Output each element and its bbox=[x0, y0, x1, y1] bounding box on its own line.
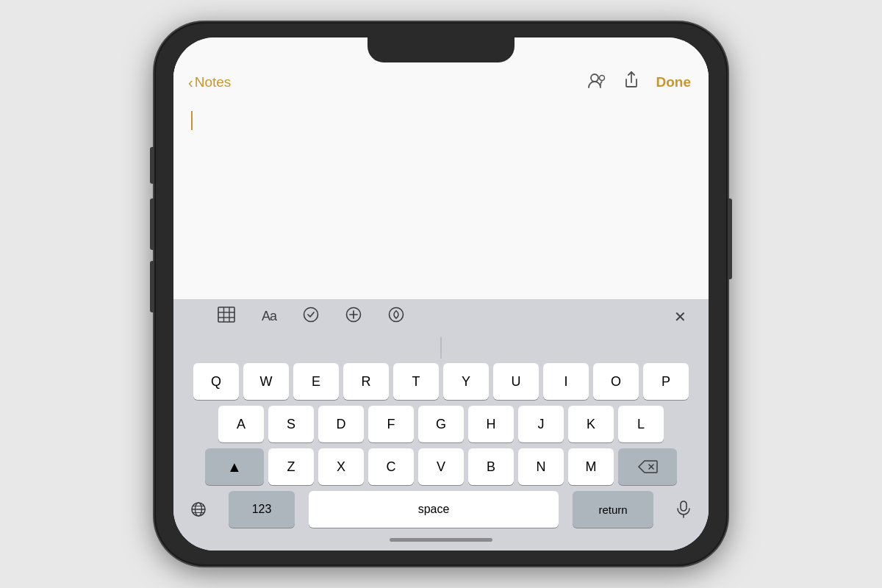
svg-rect-19 bbox=[681, 501, 686, 511]
key-e[interactable]: E bbox=[293, 363, 339, 400]
mute-button[interactable] bbox=[150, 147, 154, 184]
home-bar bbox=[390, 538, 492, 542]
svg-point-0 bbox=[591, 74, 598, 82]
key-o[interactable]: O bbox=[593, 363, 639, 400]
key-r[interactable]: R bbox=[343, 363, 389, 400]
note-text-area[interactable] bbox=[173, 102, 709, 299]
keyboard-bottom-row: 123 space return bbox=[176, 491, 706, 528]
keyboard: Q W E R T Y U I O P A S D F G bbox=[173, 332, 709, 551]
key-z[interactable]: Z bbox=[268, 448, 314, 485]
key-s[interactable]: S bbox=[268, 406, 314, 442]
back-chevron-icon: ‹ bbox=[188, 74, 193, 91]
key-t[interactable]: T bbox=[393, 363, 439, 400]
nav-back-group[interactable]: ‹ Notes bbox=[188, 74, 231, 91]
key-v[interactable]: V bbox=[418, 448, 464, 485]
close-toolbar-button[interactable]: ✕ bbox=[674, 308, 686, 326]
key-c[interactable]: C bbox=[368, 448, 414, 485]
key-q[interactable]: Q bbox=[193, 363, 239, 400]
key-a[interactable]: A bbox=[218, 406, 264, 442]
notes-area: ‹ Notes bbox=[173, 37, 709, 299]
volume-down-button[interactable] bbox=[150, 261, 154, 312]
key-g[interactable]: G bbox=[418, 406, 464, 442]
volume-up-button[interactable] bbox=[150, 198, 154, 250]
key-m[interactable]: M bbox=[568, 448, 614, 485]
svg-rect-2 bbox=[218, 307, 234, 322]
table-icon[interactable] bbox=[218, 306, 235, 326]
key-p[interactable]: P bbox=[643, 363, 689, 400]
screen-content: ‹ Notes bbox=[173, 37, 709, 551]
text-cursor bbox=[191, 111, 193, 130]
svg-point-11 bbox=[390, 308, 404, 322]
key-k[interactable]: K bbox=[568, 406, 614, 442]
notch bbox=[368, 37, 514, 62]
collaborator-icon[interactable] bbox=[587, 71, 606, 93]
home-indicator-area bbox=[176, 532, 706, 551]
globe-key[interactable] bbox=[182, 493, 215, 526]
key-d[interactable]: D bbox=[318, 406, 364, 442]
key-u[interactable]: U bbox=[493, 363, 539, 400]
key-h[interactable]: H bbox=[468, 406, 514, 442]
navigation-bar: ‹ Notes bbox=[173, 62, 709, 102]
shift-key[interactable]: ▲ bbox=[205, 448, 264, 485]
return-key[interactable]: return bbox=[573, 491, 653, 528]
key-y[interactable]: Y bbox=[443, 363, 489, 400]
done-button[interactable]: Done bbox=[656, 74, 692, 90]
numbers-key[interactable]: 123 bbox=[229, 491, 295, 528]
key-i[interactable]: I bbox=[543, 363, 589, 400]
key-w[interactable]: W bbox=[243, 363, 289, 400]
markup-icon[interactable] bbox=[388, 306, 404, 326]
key-n[interactable]: N bbox=[518, 448, 564, 485]
key-b[interactable]: B bbox=[468, 448, 514, 485]
backspace-key[interactable] bbox=[618, 448, 677, 485]
key-x[interactable]: X bbox=[318, 448, 364, 485]
space-key[interactable]: space bbox=[309, 491, 559, 528]
nav-right-group: Done bbox=[587, 71, 692, 93]
formatting-toolbar: Aa bbox=[173, 299, 709, 332]
back-button[interactable]: Notes bbox=[195, 74, 232, 90]
add-icon[interactable] bbox=[345, 306, 362, 326]
phone-screen: ‹ Notes bbox=[173, 37, 709, 551]
svg-point-1 bbox=[599, 76, 604, 81]
svg-point-7 bbox=[304, 308, 318, 322]
keyboard-row-2: A S D F G H J K L bbox=[176, 406, 706, 442]
keyboard-row-1: Q W E R T Y U I O P bbox=[176, 363, 706, 400]
key-j[interactable]: J bbox=[518, 406, 564, 442]
text-format-icon[interactable]: Aa bbox=[262, 309, 276, 324]
power-button[interactable] bbox=[728, 198, 732, 279]
key-l[interactable]: L bbox=[618, 406, 664, 442]
key-f[interactable]: F bbox=[368, 406, 414, 442]
toolbar-icons-group: Aa bbox=[218, 306, 404, 326]
share-icon[interactable] bbox=[624, 71, 639, 93]
microphone-key[interactable] bbox=[667, 493, 700, 526]
checklist-icon[interactable] bbox=[303, 306, 319, 326]
phone-device: ‹ Notes bbox=[154, 22, 728, 566]
keyboard-row-3: ▲ Z X C V B N M bbox=[176, 448, 706, 485]
